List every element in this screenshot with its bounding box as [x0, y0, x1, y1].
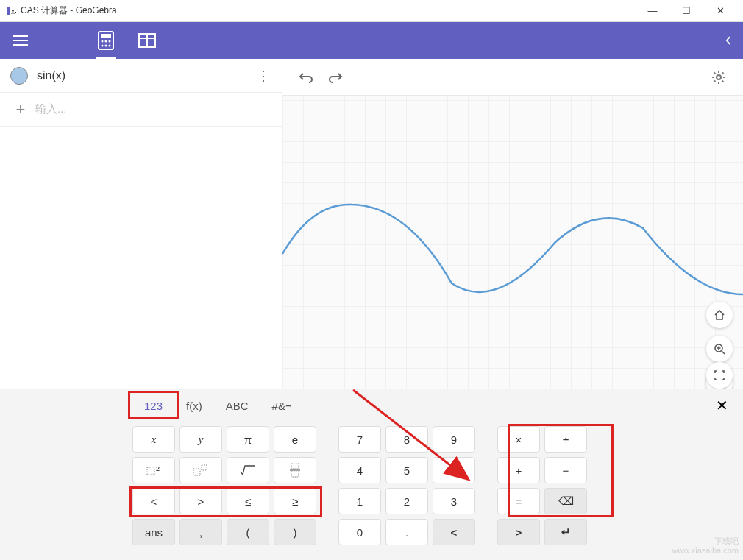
home-button[interactable] [706, 302, 733, 328]
svg-rect-29 [291, 464, 299, 469]
graph-canvas[interactable] [282, 59, 743, 389]
key-0[interactable]: 0 [338, 519, 381, 545]
row-more-icon[interactable]: ⋮ [251, 68, 276, 84]
key-backspace[interactable]: ⌫ [544, 488, 587, 514]
key-square[interactable]: 2 [132, 457, 175, 483]
key-y[interactable]: y [179, 426, 222, 453]
key-comma[interactable]: , [179, 519, 222, 545]
svg-point-9 [109, 40, 111, 43]
svg-text:2: 2 [156, 465, 160, 472]
key-8[interactable]: 8 [385, 426, 428, 453]
key-minus[interactable]: − [544, 457, 587, 483]
keyboard-close-button[interactable]: ✕ [708, 397, 736, 414]
keyboard-tab-123[interactable]: 123 [132, 395, 174, 417]
tab-table[interactable] [127, 22, 168, 59]
svg-rect-6 [101, 34, 111, 38]
window-minimize-button[interactable]: — [636, 0, 669, 22]
window-titlebar: x= CAS 计算器 - GeoGebra — ☐ ✕ [0, 0, 743, 22]
keyboard-tab-fx[interactable]: f(x) [174, 395, 214, 417]
svg-text:x=: x= [11, 7, 16, 15]
key-le[interactable]: ≤ [227, 488, 269, 514]
svg-rect-31 [291, 472, 299, 477]
key-pi[interactable]: π [227, 426, 269, 453]
app-toolbar [0, 22, 743, 59]
key-1[interactable]: 1 [338, 488, 381, 514]
key-plus[interactable]: + [497, 457, 540, 483]
key-sqrt[interactable] [227, 457, 269, 483]
key-6[interactable]: 6 [433, 457, 475, 483]
key-multiply[interactable]: × [497, 426, 540, 453]
key-divide[interactable]: ÷ [544, 426, 587, 453]
key-frac[interactable] [274, 457, 316, 483]
key-gt[interactable]: > [179, 488, 222, 514]
svg-rect-0 [7, 7, 10, 15]
zoom-in-button[interactable] [706, 336, 733, 362]
svg-line-19 [722, 351, 725, 354]
fullscreen-button[interactable] [706, 362, 733, 389]
key-x[interactable]: x [132, 426, 175, 453]
keyboard-tab-sym[interactable]: #&¬ [260, 395, 304, 417]
cas-panel: sin(x) ⋮ + 输入... [0, 59, 282, 389]
key-lparen[interactable]: ( [227, 519, 269, 545]
menu-button[interactable] [0, 35, 41, 46]
key-ans[interactable]: ans [132, 519, 175, 545]
virtual-keyboard: 123 f(x) ABC #&¬ ✕ x y π e 2 < > ≤ ≥ ans… [0, 389, 743, 560]
keyboard-left-block: x y π e 2 < > ≤ ≥ ans , ( ) [132, 426, 316, 545]
window-close-button[interactable]: ✕ [703, 0, 737, 22]
key-ge[interactable]: ≥ [274, 488, 316, 514]
key-3[interactable]: 3 [433, 488, 475, 514]
keyboard-tab-abc[interactable]: ABC [214, 395, 260, 417]
graph-view[interactable] [282, 59, 743, 389]
visibility-toggle-icon[interactable] [10, 67, 28, 85]
key-enter[interactable]: ↵ [544, 519, 587, 545]
svg-rect-28 [202, 465, 207, 470]
keyboard-tabs: 123 f(x) ABC #&¬ ✕ [0, 389, 743, 422]
cas-input-placeholder: 输入... [35, 102, 67, 116]
key-2[interactable]: 2 [385, 488, 428, 514]
cas-expression[interactable]: sin(x) [37, 69, 251, 82]
plus-icon: + [6, 100, 35, 119]
svg-rect-17 [282, 96, 743, 389]
key-5[interactable]: 5 [385, 457, 428, 483]
app-logo-icon: x= [6, 6, 16, 16]
key-9[interactable]: 9 [433, 426, 475, 453]
svg-point-10 [102, 45, 104, 47]
main-area: sin(x) ⋮ + 输入... [0, 59, 743, 389]
key-rparen[interactable]: ) [274, 519, 316, 545]
window-maximize-button[interactable]: ☐ [669, 0, 703, 22]
key-4[interactable]: 4 [338, 457, 381, 483]
key-lt[interactable]: < [132, 488, 175, 514]
key-left[interactable]: < [433, 519, 475, 545]
key-equals[interactable]: = [497, 488, 540, 514]
key-7[interactable]: 7 [338, 426, 381, 453]
collapse-panel-button[interactable] [714, 35, 743, 46]
svg-point-7 [102, 40, 104, 43]
tab-calculator[interactable] [85, 22, 127, 59]
key-power[interactable] [179, 457, 222, 483]
cas-input-row[interactable]: + 输入... [0, 93, 282, 127]
svg-rect-27 [193, 469, 200, 475]
key-e[interactable]: e [274, 426, 316, 453]
key-dot[interactable]: . [385, 519, 428, 545]
svg-point-12 [109, 45, 111, 47]
cas-row-1[interactable]: sin(x) ⋮ [0, 59, 282, 93]
svg-point-11 [105, 45, 107, 47]
watermark: 下载吧 www.xiazaiba.com [672, 536, 739, 556]
key-right[interactable]: > [497, 519, 540, 545]
svg-point-8 [105, 40, 107, 43]
window-title: CAS 计算器 - GeoGebra [21, 4, 117, 17]
keyboard-mid-block: 7 8 9 4 5 6 1 2 3 0 . < [338, 426, 475, 545]
keyboard-right-block: × ÷ + − = ⌫ > ↵ [497, 426, 587, 545]
svg-rect-25 [147, 467, 154, 475]
